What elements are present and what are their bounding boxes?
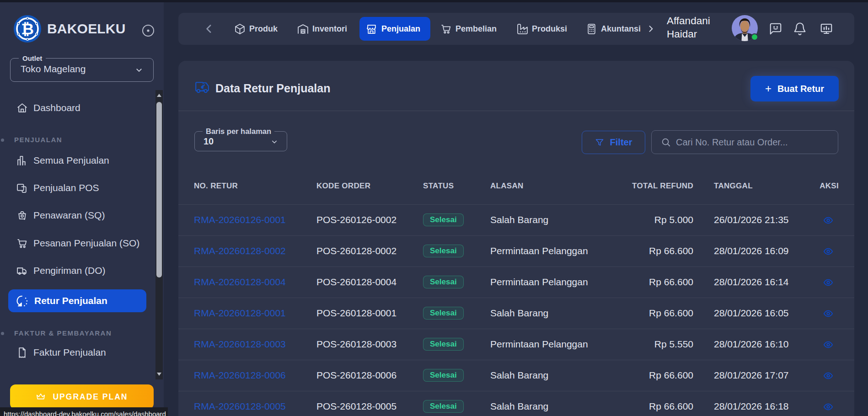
svg-text:₿: ₿: [21, 20, 34, 37]
